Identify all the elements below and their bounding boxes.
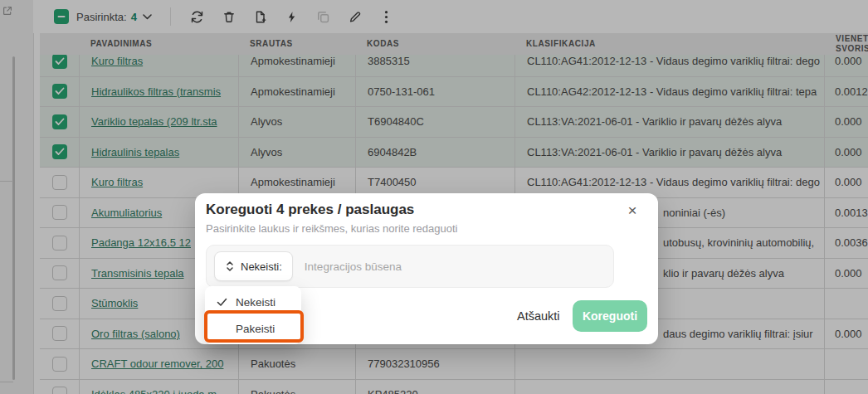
modal-subtitle: Pasirinkite laukus ir reikšmes, kurias n… — [206, 222, 457, 235]
submit-button[interactable]: Koreguoti — [573, 300, 647, 332]
app-screen: Pasirinkta: 4 PAVADINIMAS SRAUTAS KODAS … — [0, 0, 868, 394]
modal-title: Koreguoti 4 prekes / paslaugas — [206, 202, 414, 218]
menu-item-pakeisti[interactable]: Pakeisti — [205, 315, 301, 342]
field-mode-selector[interactable]: Nekeisti: — [214, 251, 293, 281]
close-icon[interactable]: × — [622, 200, 643, 221]
integration-status-field[interactable]: Nekeisti: Integracijos būsena — [206, 245, 614, 288]
field-mode-menu: Nekeisti Pakeisti — [205, 286, 301, 344]
menu-item-nekeisti[interactable]: Nekeisti — [205, 289, 301, 315]
cancel-button[interactable]: Atšaukti — [509, 300, 568, 332]
field-mode-label: Nekeisti: — [241, 260, 282, 273]
unfold-icon — [225, 260, 235, 272]
check-icon — [217, 298, 228, 307]
integration-status-placeholder: Integracijos būsena — [305, 260, 402, 273]
